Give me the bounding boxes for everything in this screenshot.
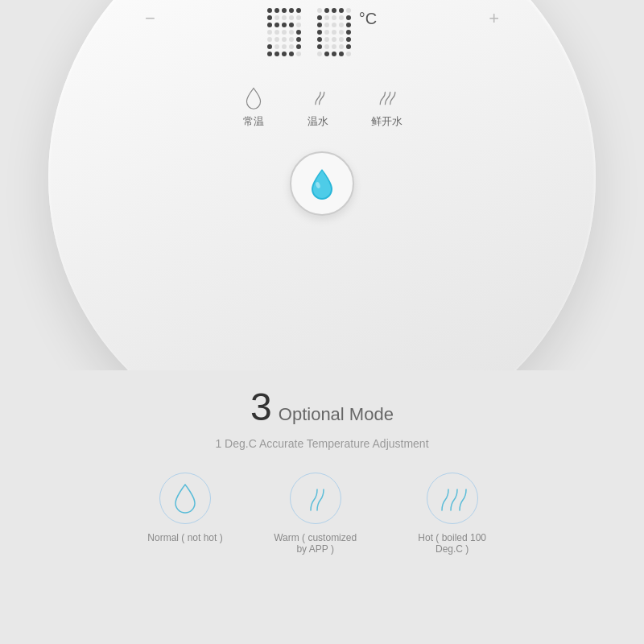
main-water-button[interactable]	[290, 151, 354, 216]
temperature-display: °C	[267, 8, 377, 56]
bottom-normal-label: Normal ( not hot )	[147, 532, 222, 543]
optional-mode-line: 3 Optional Mode	[250, 385, 394, 429]
temperature-display-area: °C	[267, 8, 377, 61]
mode-hot[interactable]: 鲜开水	[371, 87, 402, 129]
bottom-mode-normal: Normal ( not hot )	[147, 473, 222, 543]
info-section: 3 Optional Mode 1 Deg.C Accurate Tempera…	[0, 370, 644, 644]
optional-number: 3	[250, 385, 272, 429]
plus-button[interactable]: +	[489, 8, 499, 29]
mode-hot-label: 鲜开水	[371, 114, 402, 129]
bottom-hot-label: Hot ( boiled 100 Deg.C )	[408, 532, 497, 555]
mode-normal[interactable]: 常温	[242, 87, 265, 129]
mode-warm[interactable]: 温水	[307, 87, 329, 129]
mode-warm-label: 温水	[308, 114, 328, 129]
minus-button[interactable]: −	[145, 8, 155, 29]
steam-hot-icon	[375, 87, 398, 109]
water-drop-blue-icon	[309, 167, 335, 200]
celsius-symbol: °C	[359, 10, 377, 28]
bottom-normal-circle	[159, 473, 211, 524]
bottom-mode-warm: Warm ( customized by APP )	[271, 473, 360, 555]
bottom-warm-circle	[290, 473, 341, 524]
optional-mode-text: Optional Mode	[279, 404, 394, 425]
digit-zero	[317, 8, 351, 56]
bottom-steam-hot-icon	[436, 483, 469, 514]
water-drop-icon	[242, 87, 265, 109]
device-section: − +	[0, 0, 644, 370]
mode-normal-label: 常温	[243, 114, 264, 129]
digit-five	[267, 8, 301, 56]
bottom-warm-label: Warm ( customized by APP )	[271, 532, 360, 555]
device-circle: − +	[48, 0, 596, 370]
bottom-steam-warm-icon	[301, 483, 330, 514]
bottom-hot-circle	[427, 473, 478, 524]
bottom-mode-hot: Hot ( boiled 100 Deg.C )	[408, 473, 497, 555]
mode-icons-row: 常温 温水 鲜开水	[242, 87, 402, 129]
bottom-modes: Normal ( not hot ) Warm ( customized by …	[147, 473, 496, 555]
bottom-water-drop-icon	[173, 483, 197, 514]
temp-adjustment-text: 1 Deg.C Accurate Temperature Adjustment	[215, 437, 428, 450]
steam-warm-icon	[307, 87, 329, 109]
